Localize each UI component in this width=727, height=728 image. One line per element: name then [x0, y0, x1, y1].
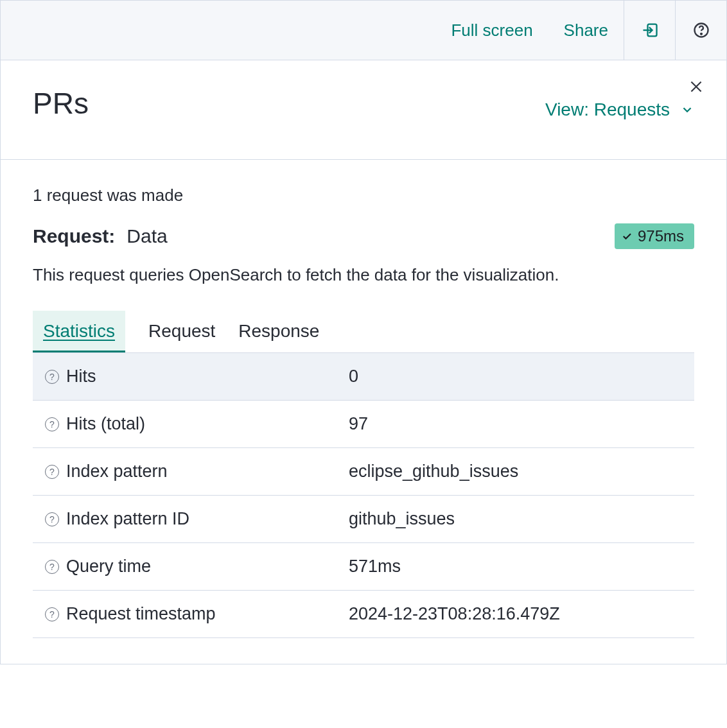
- help-icon: [692, 21, 710, 39]
- topbar: Full screen Share: [0, 0, 727, 60]
- info-tooltip-icon[interactable]: ?: [38, 370, 66, 384]
- full-screen-link[interactable]: Full screen: [435, 1, 548, 60]
- stat-row: ? Index pattern ID github_issues: [33, 496, 694, 543]
- tab-response[interactable]: Response: [238, 311, 319, 352]
- stat-row: ? Hits 0: [33, 353, 694, 401]
- check-icon: [621, 230, 633, 242]
- request-description: This request queries OpenSearch to fetch…: [33, 263, 694, 286]
- view-selector[interactable]: View: Requests: [545, 100, 694, 120]
- info-tooltip-icon[interactable]: ?: [38, 560, 66, 574]
- stat-val: github_issues: [349, 509, 689, 529]
- info-tooltip-icon[interactable]: ?: [38, 607, 66, 621]
- stat-key: Query time: [66, 557, 349, 576]
- stat-val: eclipse_github_issues: [349, 462, 689, 481]
- request-count-note: 1 request was made: [33, 186, 694, 205]
- panel-header: PRs View: Requests: [1, 60, 726, 160]
- stat-key: Index pattern: [66, 462, 349, 481]
- stat-row: ? Hits (total) 97: [33, 401, 694, 448]
- panel-title: PRs: [33, 86, 89, 121]
- stat-row: ? Request timestamp 2024-12-23T08:28:16.…: [33, 591, 694, 638]
- stat-row: ? Query time 571ms: [33, 543, 694, 591]
- tab-statistics[interactable]: Statistics: [33, 311, 125, 352]
- panel-body: 1 request was made Request: Data 975ms T…: [1, 160, 726, 664]
- info-tooltip-icon[interactable]: ?: [38, 417, 66, 431]
- view-selector-label: View: Requests: [545, 100, 670, 120]
- stat-val: 571ms: [349, 557, 689, 576]
- svg-point-2: [701, 33, 702, 35]
- statistics-table: ? Hits 0 ? Hits (total) 97 ? Index patte…: [33, 353, 694, 638]
- info-tooltip-icon[interactable]: ?: [38, 465, 66, 479]
- enter-icon-button[interactable]: [624, 1, 675, 60]
- request-time-badge: 975ms: [615, 223, 694, 249]
- stat-key: Hits (total): [66, 414, 349, 434]
- stat-key: Request timestamp: [66, 604, 349, 624]
- stat-row: ? Index pattern eclipse_github_issues: [33, 448, 694, 496]
- help-icon-button[interactable]: [675, 1, 726, 60]
- stat-key: Index pattern ID: [66, 509, 349, 529]
- request-header-row: Request: Data 975ms: [33, 223, 694, 249]
- stat-key: Hits: [66, 367, 349, 386]
- stat-val: 0: [349, 367, 689, 386]
- request-name: Data: [127, 225, 167, 247]
- stat-val: 2024-12-23T08:28:16.479Z: [349, 604, 689, 624]
- info-tooltip-icon[interactable]: ?: [38, 512, 66, 526]
- request-label: Request:: [33, 225, 115, 247]
- stat-val: 97: [349, 414, 689, 434]
- share-link[interactable]: Share: [548, 1, 624, 60]
- chevron-down-icon: [680, 103, 694, 117]
- enter-icon: [641, 21, 659, 39]
- tab-request[interactable]: Request: [148, 311, 215, 352]
- tabs: Statistics Request Response: [33, 311, 694, 353]
- inspector-panel: PRs View: Requests 1 request was made Re…: [0, 60, 727, 664]
- request-time-value: 975ms: [638, 227, 684, 245]
